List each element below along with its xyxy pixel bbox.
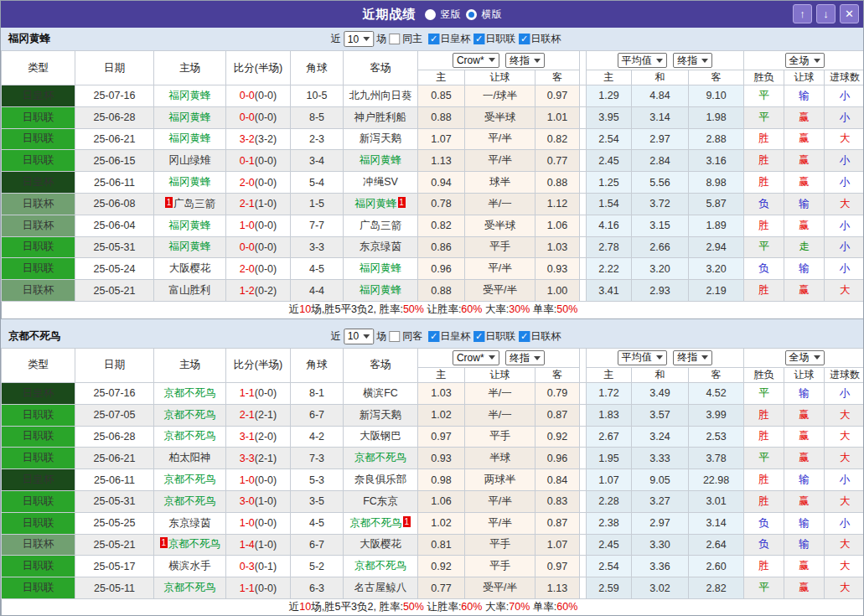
team-link[interactable]: 京都不死鸟 — [163, 430, 216, 442]
match-row: 日职联25-05-25东京绿茵1-0(0-0)4-5京都不死鸟11.02平/半0… — [2, 512, 864, 534]
summary-stat-value: 10 — [299, 601, 311, 613]
odds-stage-select[interactable]: 终指 — [505, 350, 545, 365]
match-count-select[interactable]: 10 — [344, 329, 374, 344]
team-link[interactable]: FC东京 — [363, 495, 398, 507]
team-link[interactable]: 福冈黄蜂 — [169, 176, 211, 188]
team-link[interactable]: 京都不死鸟 — [163, 409, 216, 421]
team-link[interactable]: 福冈黄蜂 — [169, 90, 211, 101]
odds-stage-select-2[interactable]: 终指 — [673, 53, 712, 68]
team-link[interactable]: 福冈黄蜂 — [169, 220, 211, 231]
team-link[interactable]: 富山胜利 — [169, 284, 211, 296]
games-label: 场 — [376, 329, 386, 344]
hcp-away-odds-cell: 0.93 — [535, 258, 580, 280]
match-row: 日职联25-05-11京都不死鸟1-1(0-0)6-3名古屋鲸八0.77受平/半… — [2, 577, 864, 599]
winloss-result-cell: 胜 — [744, 215, 784, 236]
home-team-cell: 横滨水手 — [154, 556, 226, 577]
team-link[interactable]: 福冈黄蜂 — [169, 111, 211, 123]
team-link[interactable]: 大阪樱花 — [169, 262, 211, 274]
team-link[interactable]: 京都不死鸟 — [168, 538, 221, 550]
bookmaker-group: Crow* 终指 — [418, 348, 580, 367]
handicap-result-cell: 赢 — [784, 490, 825, 512]
league-filter-checkbox[interactable]: ✓ — [473, 34, 484, 44]
corners-cell: 3-3 — [291, 236, 344, 258]
away-team-cell: 京都不死鸟 — [344, 556, 418, 577]
spacer-column — [580, 51, 587, 85]
match-row: 日职联25-05-31福冈黄蜂0-0(0-0)3-3东京绿茵0.86平手1.03… — [2, 236, 864, 258]
team-link[interactable]: 新泻天鹅 — [360, 132, 401, 144]
goals-result-cell: 小 — [825, 85, 864, 107]
bookmaker-select[interactable]: Crow* — [453, 350, 499, 365]
horizontal-layout-radio[interactable] — [466, 9, 477, 20]
team-link[interactable]: 京都不死鸟 — [163, 474, 216, 485]
home-team-cell: 福冈黄蜂 — [154, 236, 226, 258]
chevron-down-icon — [656, 59, 663, 63]
team-link[interactable]: 京都不死鸟 — [354, 560, 407, 572]
league-filter-checkbox[interactable]: ✓ — [428, 331, 439, 342]
bookmaker-select[interactable]: Crow* — [453, 53, 499, 68]
home-team-cell: 福冈黄蜂 — [154, 128, 226, 150]
league-filter-checkbox[interactable]: ✓ — [428, 34, 439, 44]
winloss-result-cell: 胜 — [744, 469, 784, 491]
team-link[interactable]: 新泻天鹅 — [360, 409, 401, 421]
league-cell: 日联杯 — [2, 534, 75, 556]
hcp-home-odds-cell: 0.98 — [418, 469, 465, 491]
team-link[interactable]: 京都不死鸟 — [354, 452, 407, 463]
goals-result-cell: 大 — [825, 426, 864, 448]
team-link[interactable]: 大阪钢巴 — [360, 430, 401, 442]
league-filter-checkbox[interactable]: ✓ — [519, 34, 530, 44]
team-link[interactable]: 柏太阳神 — [169, 452, 211, 463]
team-link[interactable]: 东京绿茵 — [360, 241, 401, 252]
team-link[interactable]: 京都不死鸟 — [163, 582, 216, 593]
team-link[interactable]: 广岛三箭 — [360, 220, 401, 231]
match-count-select[interactable]: 10 — [344, 31, 374, 47]
vertical-layout-radio[interactable] — [425, 9, 436, 20]
fulltime-score: 2-0 — [240, 263, 255, 275]
team-link[interactable]: 横滨FC — [363, 387, 398, 399]
date-cell: 25-06-08 — [75, 193, 154, 215]
team-link[interactable]: 冲绳SV — [363, 176, 398, 188]
fulltime-select[interactable]: 全场 — [785, 53, 825, 68]
average-select[interactable]: 平均值 — [618, 53, 667, 68]
fulltime-select[interactable]: 全场 — [785, 350, 825, 365]
score-cell: 3-3(2-1) — [226, 448, 291, 469]
move-down-button[interactable]: ↓ — [816, 4, 836, 23]
team-link[interactable]: 奈良俱乐部 — [354, 474, 407, 485]
team-link[interactable]: 北九州向日葵 — [349, 90, 412, 101]
team-link[interactable]: 冈山绿雉 — [169, 154, 211, 166]
handicap-result-cell: 赢 — [784, 404, 825, 426]
matches-table: 类型 日期 主场 比分(半场) 角球 客场 Crow* 终指 平均值 终指 — [1, 348, 864, 616]
team-link[interactable]: 京都不死鸟 — [163, 387, 216, 399]
league-filter-checkbox[interactable]: ✓ — [519, 331, 530, 342]
fulltime-score: 2-0 — [240, 177, 255, 189]
league-filter-checkbox[interactable]: ✓ — [473, 331, 484, 342]
average-select[interactable]: 平均值 — [618, 350, 667, 365]
team-link[interactable]: 福冈黄蜂 — [360, 284, 401, 296]
team-link[interactable]: 福冈黄蜂 — [355, 198, 397, 210]
close-button[interactable]: ✕ — [840, 4, 859, 23]
away-team-cell: 新泻天鹅 — [344, 404, 418, 426]
date-cell: 25-05-24 — [75, 258, 154, 280]
team-link[interactable]: 福冈黄蜂 — [169, 132, 211, 144]
team-link[interactable]: 横滨水手 — [169, 560, 211, 572]
team-link[interactable]: 福冈黄蜂 — [360, 154, 401, 166]
hcp-line-cell: 平/半 — [465, 128, 535, 150]
team-link[interactable]: 广岛三箭 — [173, 198, 215, 210]
league-cell: 日职联 — [2, 236, 75, 258]
team-link[interactable]: 京都不死鸟 — [349, 517, 402, 529]
team-link[interactable]: 福冈黄蜂 — [169, 241, 211, 252]
same-venue-checkbox[interactable] — [389, 34, 400, 44]
team-link[interactable]: 京都不死鸟 — [163, 495, 216, 507]
hcp-line-cell: 受半球 — [465, 106, 535, 128]
move-up-button[interactable]: ↑ — [793, 4, 812, 23]
team-link[interactable]: 神户胜利船 — [354, 111, 407, 123]
team-link[interactable]: 东京绿茵 — [169, 517, 211, 529]
team-link[interactable]: 福冈黄蜂 — [360, 262, 401, 274]
team-link[interactable]: 名古屋鲸八 — [354, 582, 407, 593]
odds-stage-select[interactable]: 终指 — [505, 53, 545, 68]
same-venue-checkbox[interactable] — [389, 331, 400, 342]
odds-stage-select-2[interactable]: 终指 — [673, 350, 712, 365]
fulltime-score: 1-0 — [240, 474, 255, 486]
score-cell: 1-0(0-0) — [226, 469, 291, 491]
halftime-score: (2-1) — [255, 453, 277, 464]
team-link[interactable]: 大阪樱花 — [360, 538, 401, 550]
